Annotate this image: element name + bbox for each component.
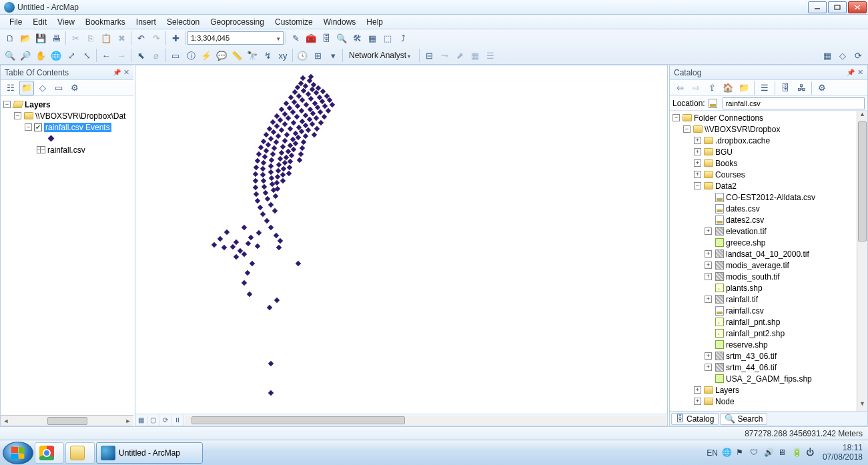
na-solve-button[interactable]: ▦ xyxy=(468,48,482,63)
open-button[interactable]: 📂 xyxy=(18,31,33,45)
collapse-icon[interactable]: − xyxy=(3,101,11,108)
map-point[interactable] xyxy=(260,211,266,217)
map-point[interactable] xyxy=(266,142,271,147)
tree-toggle[interactable]: − xyxy=(673,114,680,121)
map-point[interactable] xyxy=(254,191,259,197)
cat-item[interactable]: rainfall_pnt.shp xyxy=(670,316,857,328)
map-point[interactable] xyxy=(294,114,300,119)
volume-icon[interactable]: 🔊 xyxy=(764,448,774,458)
map-point[interactable] xyxy=(273,193,278,199)
zoom-in-button[interactable]: 🔍 xyxy=(3,48,17,63)
map-point[interactable] xyxy=(299,108,304,113)
create-viewer-button[interactable]: ⊞ xyxy=(310,48,325,63)
map-point[interactable] xyxy=(278,117,283,123)
task-chrome[interactable] xyxy=(35,442,64,464)
map-point[interactable] xyxy=(299,129,304,134)
map-point[interactable] xyxy=(282,138,288,143)
cat-back-button[interactable]: ⇦ xyxy=(673,81,687,95)
delete-button[interactable]: ✖ xyxy=(114,31,129,45)
task-explorer[interactable] xyxy=(65,442,95,464)
map-point[interactable] xyxy=(230,244,236,250)
tree-toggle[interactable]: + xyxy=(694,137,701,144)
tree-root[interactable]: − Layers xyxy=(1,99,133,110)
pause-drawing-button[interactable]: ⏸ xyxy=(171,415,183,426)
start-button[interactable] xyxy=(3,442,33,464)
menu-file[interactable]: File xyxy=(4,16,27,28)
cat-item[interactable]: +srtm_43_06.tif xyxy=(670,350,857,362)
hyperlink-button[interactable]: ⚡ xyxy=(199,48,213,63)
task-arcmap[interactable]: Untitled - ArcMap xyxy=(96,442,203,464)
cat-options-button[interactable]: ⚙ xyxy=(815,81,829,95)
cat-folder[interactable]: +Layers xyxy=(670,384,857,396)
tree-toggle[interactable]: + xyxy=(705,262,712,269)
map-point[interactable] xyxy=(286,171,292,176)
print-button[interactable]: 🖶 xyxy=(49,31,63,45)
map-point[interactable] xyxy=(322,114,327,119)
cat-item[interactable]: rainfall_pnt2.shp xyxy=(670,328,857,339)
map-point[interactable] xyxy=(279,127,284,133)
map-point[interactable] xyxy=(279,150,284,155)
cat-item[interactable]: +elevation.tif xyxy=(670,225,857,237)
tree-toggle[interactable]: − xyxy=(694,182,701,189)
layout-view-button[interactable]: ▦ xyxy=(820,48,835,63)
map-point[interactable] xyxy=(268,225,274,230)
map-point[interactable] xyxy=(263,190,268,195)
toolbox-button[interactable]: 🧰 xyxy=(304,31,318,45)
map-point[interactable] xyxy=(242,280,247,286)
tree-toggle[interactable]: + xyxy=(705,296,712,303)
menu-edit[interactable]: Edit xyxy=(27,16,52,28)
tree-symbol[interactable] xyxy=(1,133,133,144)
map-point[interactable] xyxy=(272,145,277,151)
cat-item[interactable]: +landsat_04_10_2000.tif xyxy=(670,248,857,260)
map-point[interactable] xyxy=(276,162,282,167)
time-slider-button[interactable]: 🕓 xyxy=(295,48,310,63)
cat-home-button[interactable]: 🏠 xyxy=(721,81,735,95)
map-point[interactable] xyxy=(246,241,251,246)
collapse-icon[interactable]: − xyxy=(14,112,21,119)
map-point[interactable] xyxy=(290,109,296,115)
map-point[interactable] xyxy=(306,127,311,133)
map-point[interactable] xyxy=(314,115,319,121)
pan-button[interactable]: ✋ xyxy=(33,48,48,63)
map-point[interactable] xyxy=(272,208,278,213)
undo-button[interactable]: ↶ xyxy=(133,31,148,45)
scale-combo[interactable]: 1:3,304,045 xyxy=(187,31,284,45)
map-point[interactable] xyxy=(320,89,326,94)
network-icon[interactable]: 🌐 xyxy=(722,448,732,458)
tree-events-layer[interactable]: − ✔ rainfall.csv Events xyxy=(1,121,133,133)
map-point[interactable] xyxy=(330,102,335,107)
copy-button[interactable]: ⎘ xyxy=(83,31,98,45)
tree-table-layer[interactable]: rainfall.csv xyxy=(1,144,133,155)
map-point[interactable] xyxy=(287,165,292,170)
html-popup-button[interactable]: 💬 xyxy=(214,48,229,63)
cat-item[interactable]: CO-EST2012-Alldata.csv xyxy=(670,191,857,203)
map-point[interactable] xyxy=(224,229,230,235)
map-point[interactable] xyxy=(253,171,258,177)
tree-toggle[interactable]: + xyxy=(705,364,712,371)
maximize-button[interactable] xyxy=(828,1,847,13)
map-point[interactable] xyxy=(242,252,247,257)
close-button[interactable] xyxy=(848,1,867,13)
map-point[interactable] xyxy=(261,160,266,165)
add-data-button[interactable]: ✚ xyxy=(168,31,183,45)
cat-folder[interactable]: +Courses xyxy=(670,169,857,180)
cat-item[interactable]: dates.csv xyxy=(670,203,857,214)
arc-toolbox-button[interactable]: 🛠 xyxy=(350,31,364,45)
map-point[interactable] xyxy=(262,154,268,159)
map-point[interactable] xyxy=(253,178,258,183)
pin-icon[interactable]: 📌 xyxy=(847,69,855,76)
map-point[interactable] xyxy=(318,120,324,125)
tree-toggle[interactable]: + xyxy=(694,148,701,155)
tab-catalog[interactable]: 🗄Catalog xyxy=(671,413,719,425)
list-by-drawing-order-button[interactable]: ☷ xyxy=(3,81,18,95)
map-point[interactable] xyxy=(242,225,247,230)
map-point[interactable] xyxy=(256,230,262,236)
tree-toggle[interactable]: + xyxy=(694,386,701,394)
list-by-selection-button[interactable]: ▭ xyxy=(51,81,66,95)
tree-toggle[interactable]: + xyxy=(705,227,712,235)
location-input[interactable] xyxy=(723,97,865,109)
editor-toolbar-button[interactable]: ✎ xyxy=(288,31,303,45)
map-point[interactable] xyxy=(260,166,266,171)
map-point[interactable] xyxy=(312,132,317,137)
map-point[interactable] xyxy=(255,244,260,249)
